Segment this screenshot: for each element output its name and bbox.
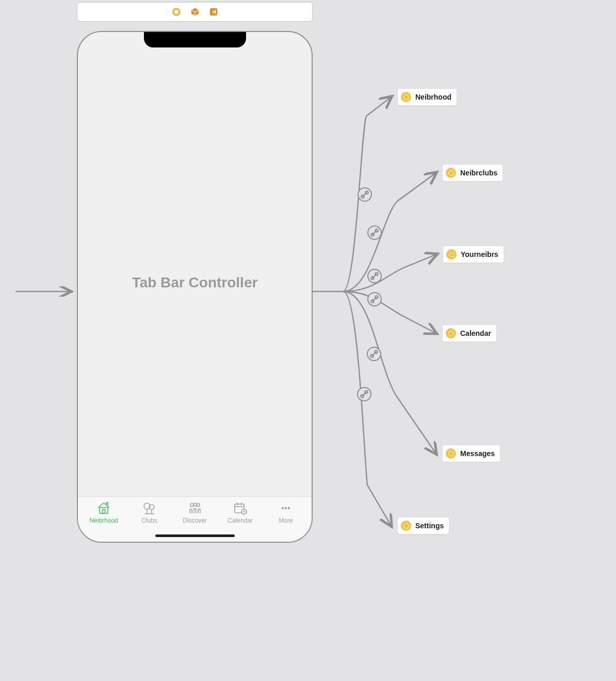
segue-destination[interactable]: Calendar (442, 325, 497, 342)
tab-label: More (279, 517, 293, 524)
svg-point-33 (358, 387, 371, 401)
tab-more[interactable]: More (263, 501, 309, 524)
destination-label: Messages (460, 449, 495, 458)
calendar-icon (233, 501, 248, 515)
phone-notch (144, 32, 246, 47)
svg-point-29 (368, 226, 381, 239)
tab-neibrhood[interactable]: Neibrhood (81, 501, 126, 524)
svg-point-50 (365, 391, 368, 394)
controller-icon (446, 448, 456, 459)
house-icon (96, 501, 111, 515)
tab-clubs[interactable]: Clubs (126, 501, 172, 524)
destination-label: Neibrclubs (460, 169, 497, 177)
svg-point-47 (375, 350, 378, 353)
svg-point-34 (361, 195, 364, 198)
svg-point-49 (361, 395, 364, 398)
destination-label: Settings (415, 522, 444, 530)
svg-line-39 (372, 231, 377, 235)
entry-arrow (14, 286, 77, 297)
cube-icon[interactable] (190, 7, 200, 17)
svg-point-46 (370, 354, 374, 358)
module-icon[interactable] (172, 7, 181, 17)
svg-point-25 (288, 507, 290, 509)
more-icon (278, 501, 294, 515)
svg-point-28 (358, 188, 371, 201)
controller-icon (446, 328, 456, 338)
svg-point-31 (368, 293, 381, 306)
svg-rect-1 (174, 10, 178, 14)
svg-point-35 (365, 191, 368, 194)
controller-icon (401, 92, 411, 102)
segue-destination[interactable]: Messages (442, 445, 500, 462)
svg-line-51 (362, 392, 366, 396)
svg-rect-7 (103, 510, 105, 513)
phone-frame: Tab Bar Controller Neibrhood (77, 31, 313, 543)
svg-point-15 (197, 504, 200, 507)
svg-line-42 (372, 274, 377, 278)
svg-point-23 (282, 507, 284, 509)
svg-point-13 (190, 504, 193, 507)
tab-label: Clubs (141, 517, 157, 524)
svg-point-41 (375, 272, 378, 275)
scene-toolbar (77, 2, 313, 22)
exit-icon[interactable] (209, 7, 218, 17)
controller-icon (446, 249, 457, 260)
tab-label: Discover (183, 517, 207, 524)
svg-point-37 (371, 233, 374, 236)
tab-label: Calendar (228, 517, 253, 524)
segue-destination[interactable]: Yourneibrs (443, 246, 504, 263)
people-icon (187, 501, 203, 515)
svg-rect-5 (215, 10, 216, 14)
controller-icon (401, 521, 411, 531)
svg-point-44 (375, 296, 378, 299)
svg-point-24 (285, 507, 287, 509)
svg-point-30 (368, 269, 381, 283)
destination-label: Neibrhood (415, 93, 451, 101)
svg-line-22 (244, 512, 245, 512)
destination-label: Calendar (460, 329, 491, 337)
svg-line-48 (372, 352, 376, 356)
svg-point-38 (375, 229, 378, 232)
home-indicator (155, 534, 235, 537)
tab-discover[interactable]: Discover (172, 501, 217, 524)
controller-icon (446, 168, 456, 178)
tab-calendar[interactable]: Calendar (218, 501, 263, 524)
tree-icon (141, 501, 157, 515)
screen-title: Tab Bar Controller (78, 274, 312, 291)
svg-point-14 (193, 503, 197, 506)
svg-point-43 (371, 300, 374, 303)
svg-point-40 (371, 277, 374, 280)
tab-label: Neibrhood (89, 517, 118, 524)
destination-label: Yourneibrs (461, 250, 498, 258)
segue-destination[interactable]: Settings (397, 517, 449, 534)
svg-line-45 (372, 297, 377, 301)
segue-destination[interactable]: Neibrclubs (442, 164, 503, 182)
svg-line-36 (363, 192, 367, 197)
svg-point-32 (367, 347, 381, 361)
segue-destination[interactable]: Neibrhood (397, 88, 457, 106)
svg-rect-6 (100, 508, 108, 513)
